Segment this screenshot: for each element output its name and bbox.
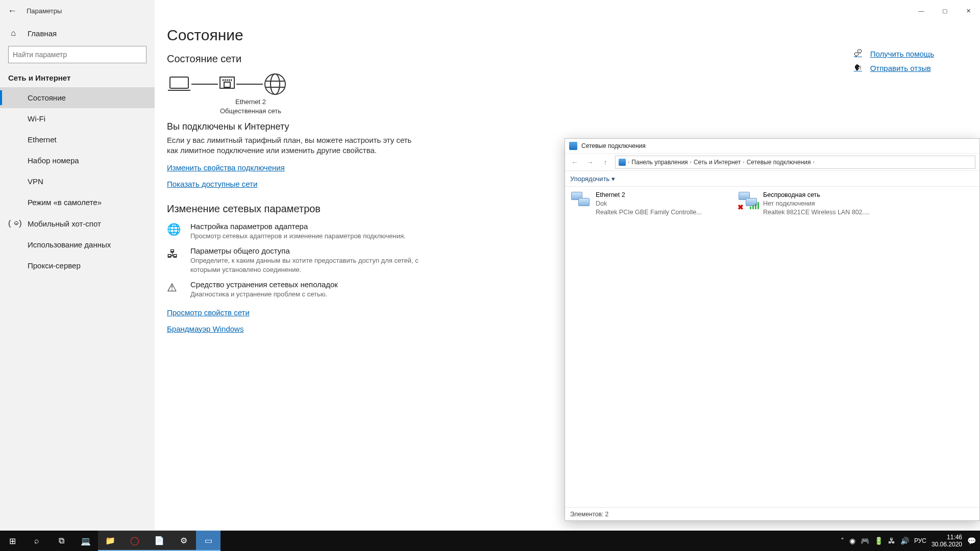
sidebar-item-ethernet[interactable]: Ethernet [0,129,155,150]
tray-battery-icon[interactable]: 🔋 [874,537,883,545]
maximize-button[interactable]: ▢ [933,3,957,19]
task-view-button[interactable]: ⧉ [49,531,74,551]
explorer-toolbar: Упорядочить ▾ [565,170,979,187]
warning-icon: ⚠ [167,280,181,299]
sidebar-item-proxy[interactable]: Прокси-сервер [0,255,155,276]
search-box[interactable] [8,46,146,63]
tray-discord-icon[interactable]: 🎮 [861,537,869,545]
tray-language[interactable]: РУС [914,537,926,544]
app-title: Параметры [27,7,62,15]
taskbar: ⊞ ⌕ ⧉ 💻 📁 ◯ 📄 ⚙ ▭ ˄ ◉ 🎮 🔋 🖧 🔊 РУС 11:46 … [0,531,980,551]
breadcrumb[interactable]: Сетевые подключения [747,159,811,166]
control-panel-icon [619,159,626,166]
close-button[interactable]: ✕ [957,3,980,19]
chevron-right-icon: › [743,159,744,165]
page-title: Состояние [167,27,960,44]
taskbar-app-laptop[interactable]: 💻 [74,531,98,551]
nav-forward-button[interactable]: → [584,157,596,168]
back-button[interactable]: ← [6,5,18,17]
sidebar-item-datausage[interactable]: Использование данных [0,234,155,255]
adapter-name: Беспроводная сеть [763,191,869,199]
chevron-right-icon: › [628,159,629,165]
adapter-name: Ethernet 2 [596,191,702,199]
svg-rect-2 [224,82,230,87]
taskbar-app-browser[interactable]: ◯ [122,531,147,551]
taskbar-app-controlpanel[interactable]: ▭ [196,531,220,551]
toolbar-organize[interactable]: Упорядочить ▾ [570,175,615,183]
link-change-connection-props[interactable]: Изменить свойства подключения [167,163,285,172]
network-adapter-item[interactable]: Ethernet 2 Dok Realtek PCIe GBE Family C… [570,191,723,217]
nav-up-button[interactable]: ↑ [600,157,611,168]
chevron-right-icon: › [813,159,814,165]
control-panel-icon [569,142,577,150]
tray-steam-icon[interactable]: ◉ [849,537,855,545]
network-status-heading: Состояние сети [167,53,960,65]
sidebar-item-hotspot[interactable]: (ဓ) Мобильный хот-спот [0,213,155,234]
explorer-navbar: ← → ↑ › Панель управления › Сеть и Интер… [565,153,979,170]
connected-heading: Вы подключены к Интернету [167,121,960,132]
search-button[interactable]: ⌕ [24,531,49,551]
link-get-help[interactable]: 🗪 Получить помощь [854,49,934,58]
nav-back-button[interactable]: ← [569,157,580,168]
address-bar[interactable]: › Панель управления › Сеть и Интернет › … [615,156,975,169]
sidebar-item-status[interactable]: Состояние [0,87,155,108]
option-adapter-settings[interactable]: 🌐 Настройка параметров адаптера Просмотр… [167,222,432,241]
svg-point-4 [271,74,280,94]
taskbar-app-notepad[interactable]: 📄 [147,531,172,551]
option-subtitle: Диагностика и устранение проблем с сетью… [190,290,338,299]
breadcrumb[interactable]: Панель управления [631,159,688,166]
breadcrumb[interactable]: Сеть и Интернет [694,159,741,166]
option-subtitle: Определите, к каким данным вы хотите пре… [190,256,432,274]
svg-point-3 [265,74,285,94]
taskbar-app-explorer[interactable]: 📁 [98,531,122,551]
link-show-available-networks[interactable]: Показать доступные сети [167,180,257,188]
start-button[interactable]: ⊞ [0,531,24,551]
sidebar-category: Сеть и Интернет [0,69,155,87]
hotspot-icon: (ဓ) [8,219,18,228]
sidebar-item-label: Набор номера [28,156,79,165]
taskbar-app-settings[interactable]: ⚙ [172,531,196,551]
link-windows-firewall[interactable]: Брандмауэр Windows [167,324,243,333]
titlebar: ← Параметры — ▢ ✕ [0,0,980,21]
explorer-body[interactable]: Ethernet 2 Dok Realtek PCIe GBE Family C… [565,187,979,507]
adapter-device: Realtek PCIe GBE Family Controlle... [596,208,702,217]
network-adapter-item[interactable]: ✖ Беспроводная сеть Нет подключения Real… [738,191,891,217]
adapter-status: Dok [596,199,702,208]
sidebar-item-airplane[interactable]: Режим «в самолете» [0,192,155,213]
tray-network-icon[interactable]: 🖧 [888,537,895,545]
adapter-network-type: Общественная сеть [210,107,291,116]
sidebar-item-label: Использование данных [28,240,111,249]
network-diagram [167,72,960,96]
minimize-button[interactable]: — [910,3,933,19]
sidebar-home[interactable]: ⌂ Главная [0,24,155,42]
link-label: Получить помощь [870,49,934,58]
option-sharing-settings[interactable]: 🖧 Параметры общего доступа Определите, к… [167,246,432,274]
internet-globe-icon [263,72,287,96]
sidebar-item-dialup[interactable]: Набор номера [0,150,155,171]
home-icon: ⌂ [8,29,18,38]
signal-bars-icon [750,202,759,209]
wifi-adapter-icon: ✖ [738,191,758,211]
svg-rect-0 [170,77,188,88]
sidebar-item-label: Wi-Fi [28,114,45,123]
tray-volume-icon[interactable]: 🔊 [900,537,909,545]
sidebar-item-wifi[interactable]: Wi-Fi [0,108,155,129]
explorer-title: Сетевые подключения [581,142,646,149]
network-connections-window[interactable]: Сетевые подключения ← → ↑ › Панель управ… [565,138,980,521]
chevron-right-icon: › [690,159,692,165]
option-troubleshoot[interactable]: ⚠ Средство устранения сетевых неполадок … [167,280,432,299]
help-icon: 🗪 [854,49,863,58]
sidebar-item-vpn[interactable]: VPN [0,171,155,192]
link-view-network-props[interactable]: Просмотр свойств сети [167,308,250,317]
tray-clock[interactable]: 11:46 30.06.2020 [932,534,962,548]
tray-notifications-icon[interactable]: 💬 [967,537,976,545]
adapter-name: Ethernet 2 [210,97,291,107]
explorer-titlebar[interactable]: Сетевые подключения [565,139,979,153]
tray-time: 11:46 [932,534,962,541]
link-send-feedback[interactable]: 🗣 Отправить отзыв [854,63,934,72]
search-input[interactable] [13,51,142,59]
laptop-icon [167,75,191,93]
tray-chevron-up-icon[interactable]: ˄ [841,537,844,545]
diagram-adapter-label: Ethernet 2 Общественная сеть [210,97,291,115]
sharing-icon: 🖧 [167,246,181,274]
